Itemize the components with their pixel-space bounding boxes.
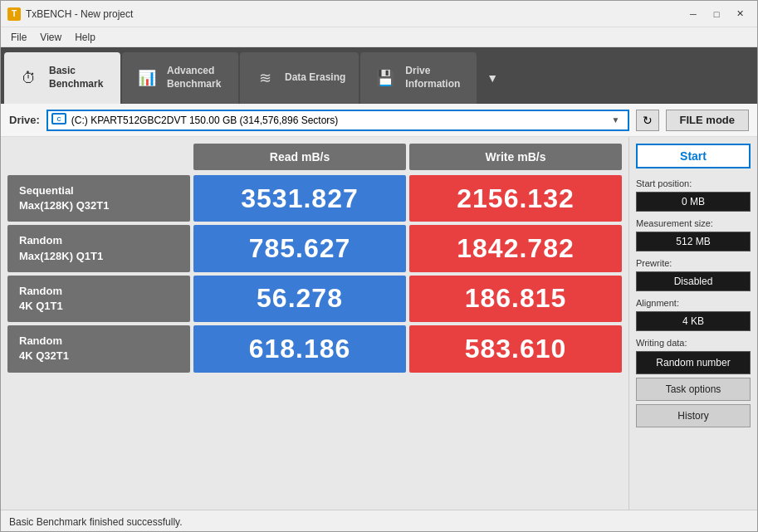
- start-button[interactable]: Start: [636, 144, 751, 168]
- task-options-button[interactable]: Task options: [636, 378, 751, 401]
- timer-icon: ⏱: [17, 66, 41, 90]
- tab-erasing-label: Data Erasing: [285, 71, 345, 85]
- tab-data-erasing[interactable]: ≋ Data Erasing: [240, 52, 359, 104]
- drive-label: Drive:: [9, 114, 40, 126]
- menu-file[interactable]: File: [4, 30, 33, 45]
- window-controls: ─ □ ✕: [682, 5, 751, 23]
- bench-task-rand-128k: Random Max(128K) Q1T1: [7, 225, 190, 271]
- erase-icon: ≋: [253, 66, 276, 90]
- main-content: Read mB/s Write mB/s Sequential Max(128K…: [1, 137, 757, 510]
- bench-header-write: Write mB/s: [409, 144, 622, 170]
- tab-basic-benchmark[interactable]: ⏱ BasicBenchmark: [4, 52, 120, 104]
- refresh-icon: ↻: [643, 114, 653, 127]
- bench-write-seq: 2156.132: [409, 175, 622, 222]
- bench-row-seq: Sequential Max(128K) Q32T1 3531.827 2156…: [7, 175, 622, 222]
- tab-advanced-label: AdvancedBenchmark: [167, 65, 221, 90]
- measurement-size-label: Measurement size:: [636, 218, 751, 228]
- drive-tab-icon: 💾: [374, 66, 397, 90]
- file-mode-button[interactable]: FILE mode: [666, 110, 749, 131]
- titlebar: T TxBENCH - New project ─ □ ✕: [1, 1, 757, 27]
- writing-data-button[interactable]: Random number: [636, 351, 751, 374]
- benchmark-area: Read mB/s Write mB/s Sequential Max(128K…: [1, 137, 628, 510]
- window-title: TxBENCH - New project: [26, 8, 682, 20]
- start-position-value: 0 MB: [636, 192, 751, 212]
- bench-read-rand-4k-q32: 618.186: [193, 325, 406, 372]
- drive-select[interactable]: C (C:) KPART512GBC2DVT 150.00 GB (314,57…: [46, 110, 629, 131]
- alignment-label: Alignment:: [636, 298, 751, 308]
- toolbar-dropdown[interactable]: ▼: [482, 71, 503, 85]
- tab-advanced-benchmark[interactable]: 📊 AdvancedBenchmark: [122, 52, 238, 104]
- toolbar: ⏱ BasicBenchmark 📊 AdvancedBenchmark ≋ D…: [1, 47, 757, 104]
- menu-help[interactable]: Help: [68, 30, 102, 45]
- statusbar: Basic Benchmark finished successfully.: [1, 510, 757, 532]
- bench-task-rand-4k-q1: Random 4K Q1T1: [7, 276, 190, 322]
- tab-drive-information[interactable]: 💾 DriveInformation: [360, 52, 477, 104]
- svg-text:C: C: [56, 116, 61, 122]
- writing-data-label: Writing data:: [636, 338, 751, 348]
- menu-view[interactable]: View: [33, 30, 68, 45]
- minimize-button[interactable]: ─: [682, 5, 704, 23]
- menubar: File View Help: [1, 27, 757, 47]
- close-button[interactable]: ✕: [729, 5, 751, 23]
- drive-refresh-button[interactable]: ↻: [636, 110, 659, 131]
- app-icon: T: [7, 7, 21, 21]
- drivebar: Drive: C (C:) KPART512GBC2DVT 150.00 GB …: [1, 104, 757, 137]
- bench-header-read: Read mB/s: [193, 144, 406, 170]
- bench-read-rand-128k: 785.627: [193, 225, 406, 271]
- tab-drive-label: DriveInformation: [405, 65, 460, 90]
- prewrite-label: Prewrite:: [636, 258, 751, 268]
- bench-read-seq: 3531.827: [193, 175, 406, 222]
- bench-row-rand-4k-q1: Random 4K Q1T1 56.278 186.815: [7, 276, 622, 322]
- bench-write-rand-128k: 1842.782: [409, 225, 622, 271]
- alignment-value: 4 KB: [636, 311, 751, 331]
- prewrite-value: Disabled: [636, 271, 751, 291]
- tab-basic-label: BasicBenchmark: [49, 65, 103, 90]
- bench-header-row: Read mB/s Write mB/s: [7, 144, 622, 170]
- bench-row-rand-4k-q32: Random 4K Q32T1 618.186 583.610: [7, 325, 622, 372]
- bench-header-empty: [7, 144, 190, 170]
- bench-task-rand-4k-q32: Random 4K Q32T1: [7, 325, 190, 372]
- bench-write-rand-4k-q1: 186.815: [409, 276, 622, 322]
- status-text: Basic Benchmark finished successfully.: [9, 516, 183, 528]
- bench-row-rand-128k: Random Max(128K) Q1T1 785.627 1842.782: [7, 225, 622, 271]
- bench-read-rand-4k-q1: 56.278: [193, 276, 406, 322]
- maximize-button[interactable]: □: [706, 5, 727, 23]
- right-panel: Start Start position: 0 MB Measurement s…: [628, 137, 757, 510]
- measurement-size-value: 512 MB: [636, 232, 751, 251]
- bench-write-rand-4k-q32: 583.610: [409, 325, 622, 372]
- dropdown-arrow-icon: ▼: [608, 115, 624, 124]
- start-position-label: Start position:: [636, 178, 751, 188]
- bench-task-seq: Sequential Max(128K) Q32T1: [7, 175, 190, 222]
- drive-select-text: (C:) KPART512GBC2DVT 150.00 GB (314,576,…: [71, 115, 608, 126]
- drive-icon: C: [51, 113, 66, 124]
- history-button[interactable]: History: [636, 404, 751, 427]
- chart-icon: 📊: [135, 66, 159, 90]
